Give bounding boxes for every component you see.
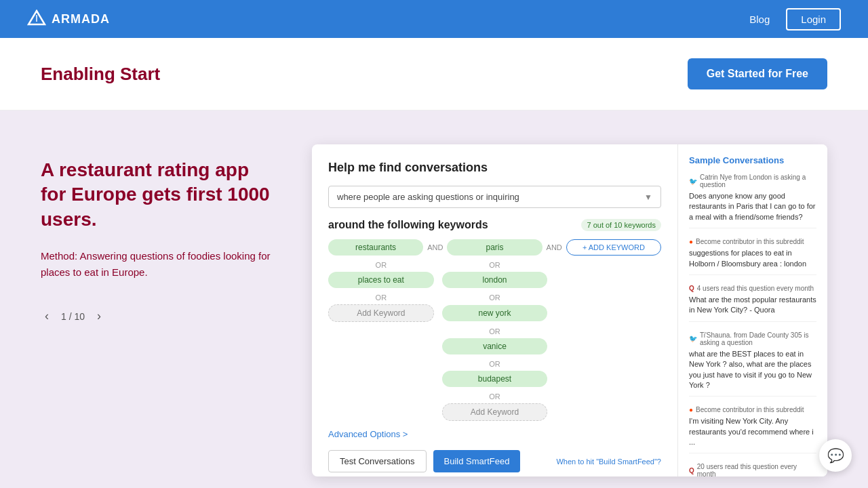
logo: ARMADA [27,9,110,28]
keyword-vanice[interactable]: vanice [442,338,548,354]
app-main-title: Help me find conversations [328,161,661,175]
twitter-icon: 🐦 [689,335,697,342]
get-started-button[interactable]: Get Started for Free [688,58,827,89]
convo-source-text-1: Become contributor in this subreddit [696,238,804,245]
twitter-icon: 🐦 [689,178,697,185]
chat-button[interactable]: 💬 [819,439,852,472]
keyword-row-6: Add Keyword [328,403,661,421]
keywords-section-title: around the following keywords [328,219,488,231]
sidebar-title: Sample Conversations [689,155,816,165]
pagination: ‹ 1 / 10 › [41,308,271,325]
convo-divider-3 [689,396,816,396]
add-keyword-button[interactable]: + ADD KEYWORD [566,239,661,256]
convo-source-4: ● Become contributor in this subreddit [689,406,816,413]
keyword-london[interactable]: london [442,272,548,288]
convo-text-3: what are the BEST places to eat in New Y… [689,349,816,391]
convo-divider-1 [689,274,816,275]
dropdown-arrow-icon: ▼ [644,192,652,202]
keyword-restaurants[interactable]: restaurants [328,239,423,256]
app-screenshot: Help me find conversations where people … [312,144,827,476]
reddit-icon: ● [689,406,693,413]
or-row-2: OR OR [328,293,661,302]
conversation-item-1: ● Become contributor in this subreddit s… [689,238,816,275]
build-smartfeed-button[interactable]: Build SmartFeed [433,450,521,472]
dropdown-text: where people are asking questions or inq… [337,192,519,202]
and-connector-2: AND [547,243,562,251]
app-main-panel: Help me find conversations where people … [312,144,678,476]
app-sidebar: Sample Conversations 🐦 Catrin Nye from L… [678,144,827,476]
test-conversations-button[interactable]: Test Conversations [328,450,427,472]
keyword-paris[interactable]: paris [447,239,542,256]
keywords-header: around the following keywords 7 out of 1… [328,219,661,231]
convo-text-4: I'm visiting New York City. Any restaura… [689,416,816,447]
reddit-icon: ● [689,238,693,245]
conversation-item-4: ● Become contributor in this subreddit I… [689,406,816,453]
and-connector-1: AND [427,243,443,251]
convo-source-text-4: Become contributor in this subreddit [696,406,804,413]
keyword-places-to-eat[interactable]: places to eat [328,272,434,288]
keywords-count-badge: 7 out of 10 keywords [581,219,661,231]
convo-text-2: What are the most popular restaurants in… [689,295,816,316]
pagination-label: 1 / 10 [61,311,85,322]
keywords-grid: restaurants AND paris AND + ADD KEYWORD … [328,239,661,421]
keyword-new-york[interactable]: new york [442,305,548,321]
add-keyword-col2-bottom[interactable]: Add Keyword [442,403,548,421]
or-row-3: OR [328,327,661,336]
convo-divider-2 [689,321,816,322]
or-row-5: OR [328,392,661,401]
or-row-4: OR [328,360,661,368]
or-row-1: OR OR [328,261,661,269]
left-panel: A restaurant rating app for Europe gets … [41,144,271,325]
convo-source-text-0: Catrin Nye from London is asking a quest… [700,174,816,188]
case-study-method: Method: Answering questions of foodies l… [41,248,271,281]
convo-divider-4 [689,453,816,453]
or-text-2: OR [442,261,548,269]
keyword-budapest[interactable]: budapest [442,371,548,387]
navbar: ARMADA Blog Login [0,0,868,38]
quora-icon: Q [689,467,694,474]
case-study-title: A restaurant rating app for Europe gets … [41,158,271,232]
armada-logo-icon [27,9,46,28]
navbar-right: Blog Login [749,8,841,30]
blog-link[interactable]: Blog [749,14,770,25]
add-keyword-col1[interactable]: Add Keyword [328,304,434,322]
footer-buttons: Test Conversations Build SmartFeed [328,450,520,472]
keyword-row-3: Add Keyword new york [328,304,661,322]
page-title: Enabling Start [41,64,160,85]
or-text-1: OR [328,261,434,269]
convo-source-text-5: 20 users read this question every month [697,463,816,476]
convo-source-2: Q 4 users read this question every month [689,285,816,292]
login-button[interactable]: Login [786,8,841,30]
header-section: Enabling Start Get Started for Free [0,38,868,110]
conversation-type-dropdown[interactable]: where people are asking questions or inq… [328,186,661,208]
keyword-row-4: vanice [328,338,661,354]
convo-source-3: 🐦 Ti'Shauna. from Dade County 305 is ask… [689,331,816,346]
conversation-item-2: Q 4 users read this question every month… [689,285,816,322]
next-button[interactable]: › [93,308,105,325]
convo-divider-0 [689,228,816,228]
advanced-options-link[interactable]: Advanced Options > [328,429,661,439]
logo-text: ARMADA [52,12,110,26]
keyword-row-5: budapest [328,371,661,387]
convo-source-text-2: 4 users read this question every month [697,285,814,292]
keyword-row-1: restaurants AND paris AND + ADD KEYWORD [328,239,661,256]
convo-source-1: ● Become contributor in this subreddit [689,238,816,245]
convo-source-5: Q 20 users read this question every mont… [689,463,816,476]
app-footer: Test Conversations Build SmartFeed When … [328,450,661,472]
conversation-item-5: Q 20 users read this question every mont… [689,463,816,476]
convo-source-text-3: Ti'Shauna. from Dade County 305 is askin… [700,331,816,346]
chat-icon: 💬 [827,447,844,464]
convo-text-1: suggestions for places to eat in Holborn… [689,248,816,269]
quora-icon: Q [689,285,694,292]
main-content: A restaurant rating app for Europe gets … [0,110,868,488]
convo-source-0: 🐦 Catrin Nye from London is asking a que… [689,174,816,188]
conversation-item-0: 🐦 Catrin Nye from London is asking a que… [689,174,816,228]
conversations-list: 🐦 Catrin Nye from London is asking a que… [689,174,816,476]
prev-button[interactable]: ‹ [41,308,53,325]
when-to-build-link[interactable]: When to hit "Build SmartFeed"? [556,458,661,466]
keyword-row-2: places to eat london [328,272,661,288]
conversation-item-3: 🐦 Ti'Shauna. from Dade County 305 is ask… [689,331,816,397]
convo-text-0: Does anyone know any good restaurants in… [689,191,816,222]
